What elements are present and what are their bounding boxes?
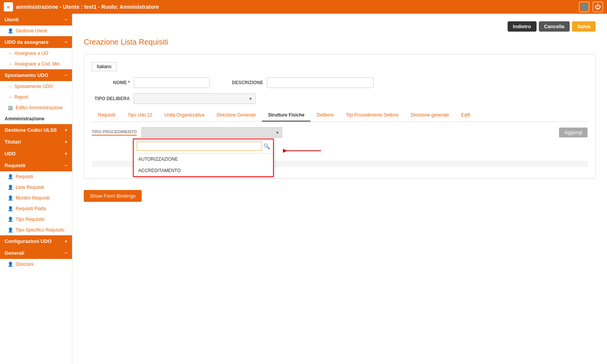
sidebar-item-report-label: Report — [14, 94, 28, 100]
sidebar-item-edifici[interactable]: 🏢 Edifici Amministrazione — [0, 102, 72, 113]
tab-edif[interactable]: Edifi — [455, 109, 476, 121]
sidebar-item-liste-requisiti-label: Liste Requisiti — [16, 185, 44, 190]
sidebar-section-utenti[interactable]: Utenti − — [0, 14, 72, 26]
tab-requisiti[interactable]: Requisiti — [92, 109, 121, 121]
nome-input[interactable] — [134, 77, 210, 88]
tipo-procedimento-select[interactable] — [141, 127, 282, 138]
indietro-button[interactable]: Indietro — [508, 21, 537, 32]
sidebar-item-assegnare-uo-label: Assegnare a UO — [14, 51, 48, 56]
cancella-button[interactable]: Cancella — [539, 21, 570, 32]
user-icon: 👤 — [8, 217, 13, 222]
content-toolbar: Indietro Cancella Salva — [84, 21, 596, 32]
sidebar-section-spostamento-udo[interactable]: Spostamento UDO − — [0, 69, 72, 81]
sidebar-section-udo-assegnare[interactable]: UDO da assegnare − — [0, 36, 72, 48]
tab-unita-organizzativa[interactable]: Unità Organizzativa — [158, 109, 211, 121]
sidebar-section-generali[interactable]: Generali − — [0, 247, 72, 259]
tab-strutture-fisiche[interactable]: Strutture Fisiche — [262, 109, 310, 121]
form-card: Italiano NOME * DESCRIZIONE TIPO DELIBER… — [84, 54, 596, 179]
sidebar-section-gestione-codici-ulss-label: Gestione Codici ULSS — [5, 127, 57, 133]
sidebar-item-direzioni[interactable]: 👤 Direzioni — [0, 259, 72, 270]
sidebar-item-edifici-label: Edifici Amministrazione — [16, 105, 62, 110]
lang-tab[interactable]: Italiano — [92, 62, 117, 71]
red-arrow-svg — [283, 147, 329, 155]
topbar-left: « amministrazione - Utente : test1 - Ruo… — [4, 2, 159, 11]
sidebar-section-configurazioni-udo-label: Configurazioni UDO — [5, 238, 52, 244]
sidebar-item-requisiti-piatta[interactable]: 👤 Requisiti Piatta — [0, 203, 72, 214]
sidebar-section-utenti-label: Utenti — [5, 17, 19, 22]
sidebar-item-report[interactable]: → Report — [0, 92, 72, 102]
dropdown-search-input[interactable] — [137, 142, 262, 151]
sidebar-section-requisiti-icon: − — [64, 163, 67, 168]
nome-label: NOME * — [92, 80, 130, 85]
descrizione-input[interactable] — [267, 77, 374, 88]
sidebar-section-udo[interactable]: UDO + — [0, 148, 72, 160]
dropdown-option-autorizzazione[interactable]: AUTORIZZAZIONE — [134, 153, 273, 165]
sidebar-item-assegnare-uo[interactable]: → Assegnare a UO — [0, 48, 72, 59]
sidebar-section-generali-icon: − — [64, 250, 67, 256]
sidebar-section-requisiti-label: Requisiti — [5, 163, 26, 168]
sidebar-item-monitor-requisiti-label: Monitor Requisiti — [16, 195, 50, 201]
nome-descrizione-row: NOME * DESCRIZIONE — [92, 77, 588, 88]
globe-button[interactable]: 🌐 — [579, 2, 589, 12]
sidebar-section-titolari-label: Titolari — [5, 139, 21, 145]
sidebar-item-tipo-requisito[interactable]: 👤 Tipo Requisito — [0, 214, 72, 225]
sidebar-item-spostamento-udo-label: Spostamento UDO — [14, 84, 53, 89]
tab-direzione-generale[interactable]: Direzione Generale — [211, 109, 262, 121]
sidebar-section-gestione-codici-ulss[interactable]: Gestione Codici ULSS + — [0, 124, 72, 136]
arrow-icon: → — [8, 51, 12, 56]
sidebar-item-gestione-utenti[interactable]: 👤 Gestione Utenti — [0, 26, 72, 36]
show-form-bindings-button[interactable]: Show Form Bindings — [84, 190, 142, 202]
sidebar-item-spostamento-udo[interactable]: → Spostamento UDO — [0, 81, 72, 92]
sidebar-section-udo-assegnare-label: UDO da assegnare — [5, 39, 49, 45]
user-icon: 👤 — [8, 206, 13, 211]
tab-tipo-udo-22[interactable]: Tipo Udo 22 — [121, 109, 158, 121]
sidebar-item-liste-requisiti[interactable]: 👤 Liste Requisiti — [0, 182, 72, 193]
sidebar-item-requisiti-label: Requisiti — [16, 174, 33, 179]
tab-tipi-procedimento-settore[interactable]: Tipi Procedimento Settore — [340, 109, 404, 121]
search-icon: 🔍 — [264, 143, 270, 149]
main-layout: Utenti − 👤 Gestione Utenti UDO da assegn… — [0, 14, 607, 364]
user-icon: 👤 — [8, 28, 13, 34]
user-icon: 👤 — [8, 174, 13, 179]
sidebar-section-requisiti[interactable]: Requisiti − — [0, 160, 72, 171]
sidebar-item-monitor-requisiti[interactable]: 👤 Monitor Requisiti — [0, 193, 72, 203]
red-arrow-annotation — [282, 147, 329, 155]
building-icon: 🏢 — [8, 105, 13, 110]
tipo-delibera-select-wrapper — [134, 93, 256, 104]
sidebar-section-gestione-codici-ulss-icon: + — [64, 127, 67, 133]
arrow-icon: → — [8, 61, 12, 67]
svg-marker-1 — [283, 149, 288, 153]
sidebar-item-tipo-specifico-requisito-label: Tipo Specifico Requisito — [16, 227, 64, 233]
sidebar-section-udo-icon: + — [64, 151, 67, 156]
sidebar-item-tipo-requisito-label: Tipo Requisito — [16, 217, 45, 222]
sidebar-item-requisiti-piatta-label: Requisiti Piatta — [16, 206, 46, 211]
power-button[interactable]: ⏻ — [593, 2, 603, 12]
sidebar-section-udo-assegnare-icon: − — [64, 39, 67, 45]
tab-delibere[interactable]: Delibere — [310, 109, 340, 121]
sidebar-item-direzioni-label: Direzioni — [16, 262, 34, 267]
sidebar-item-assegnare-cod-min[interactable]: → Assegnare a Cod. Min. — [0, 59, 72, 69]
content-area: Indietro Cancella Salva Creazione Lista … — [72, 14, 607, 364]
inner-form-area: TIPO PROCEDIMENTO Aggiungi 🔍 — [92, 127, 588, 138]
app-logo: « — [4, 2, 13, 11]
sidebar-section-udo-label: UDO — [5, 151, 16, 156]
tipo-procedimento-label: TIPO PROCEDIMENTO — [92, 129, 137, 136]
sidebar-section-spostamento-udo-icon: − — [64, 72, 67, 78]
sidebar-section-configurazioni-udo[interactable]: Configurazioni UDO + — [0, 235, 72, 247]
sidebar-static-amministrazione: Amministrazione — [0, 113, 72, 124]
tipo-procedimento-select-wrapper — [141, 127, 282, 138]
sidebar-section-titolari[interactable]: Titolari + — [0, 136, 72, 148]
tipo-delibera-select[interactable] — [134, 93, 256, 104]
aggiungi-button[interactable]: Aggiungi — [559, 128, 588, 137]
dropdown-option-accreditamento[interactable]: ACCREDITAMENTO — [134, 165, 273, 176]
tipo-procedimento-row: TIPO PROCEDIMENTO Aggiungi — [92, 127, 588, 138]
tab-direzione-generale-2[interactable]: Direzione generale — [404, 109, 455, 121]
salva-button[interactable]: Salva — [572, 21, 596, 32]
topbar: « amministrazione - Utente : test1 - Ruo… — [0, 0, 607, 14]
topbar-right: 🌐 ⏻ — [579, 2, 603, 12]
user-icon: 👤 — [8, 262, 13, 267]
sidebar-item-tipo-specifico-requisito[interactable]: 👤 Tipo Specifico Requisito — [0, 225, 72, 235]
sidebar: Utenti − 👤 Gestione Utenti UDO da assegn… — [0, 14, 72, 364]
sidebar-section-titolari-icon: + — [64, 139, 67, 145]
sidebar-item-requisiti[interactable]: 👤 Requisiti — [0, 171, 72, 182]
